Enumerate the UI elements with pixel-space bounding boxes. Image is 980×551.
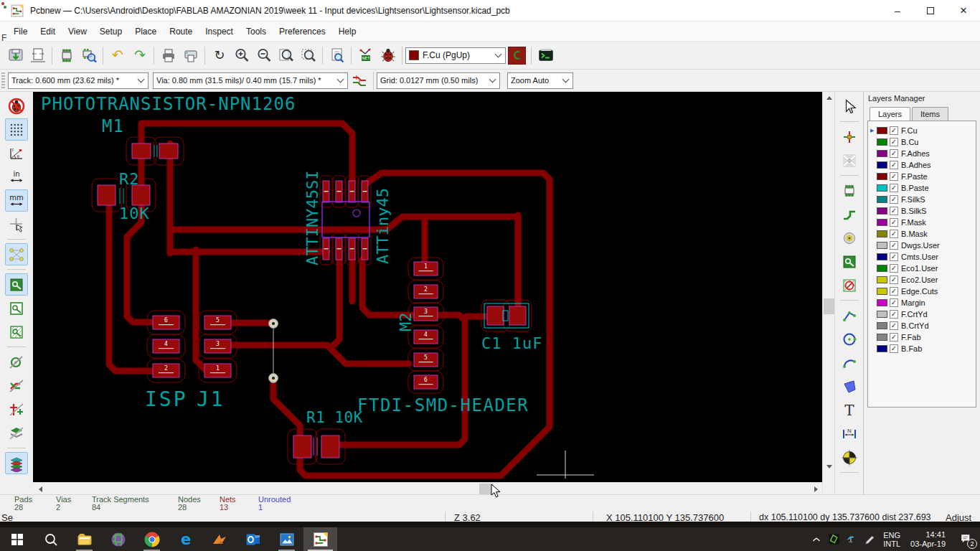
pads-sketch-mode-button[interactable] bbox=[5, 398, 28, 420]
layer-row-margin[interactable]: ✓Margin bbox=[868, 297, 976, 309]
add-circle-button[interactable] bbox=[838, 328, 861, 350]
pad[interactable] bbox=[321, 435, 339, 458]
silk-ref-j1[interactable]: J1 bbox=[197, 387, 225, 411]
taskbar-file-explorer[interactable] bbox=[67, 527, 101, 551]
footprint-editor-button[interactable] bbox=[55, 45, 77, 66]
scroll-up-arrow[interactable] bbox=[823, 92, 835, 104]
redo-button[interactable]: ↷ bbox=[128, 45, 151, 66]
menu-route[interactable]: Route bbox=[163, 24, 199, 39]
highlight-net-tool-button[interactable] bbox=[838, 126, 861, 148]
layer-color-swatch[interactable] bbox=[877, 161, 887, 169]
print-button[interactable] bbox=[157, 45, 179, 66]
ratsnest-visibility-button[interactable] bbox=[5, 243, 28, 265]
silk-ftdi-header[interactable]: FTDI-SMD-HEADER bbox=[357, 395, 529, 415]
menu-file[interactable]: File bbox=[7, 24, 34, 39]
layer-color-swatch[interactable] bbox=[877, 207, 887, 215]
toolbar-gripper[interactable] bbox=[1, 72, 5, 88]
taskbar-pcbnew[interactable] bbox=[303, 527, 337, 551]
horizontal-scrollbar[interactable] bbox=[33, 482, 822, 494]
footprint-c1[interactable] bbox=[481, 300, 532, 331]
layer-color-swatch[interactable] bbox=[877, 299, 887, 306]
scroll-right-arrow[interactable] bbox=[810, 483, 822, 495]
menu-edit[interactable]: Edit bbox=[34, 24, 62, 39]
tray-icon-3[interactable] bbox=[861, 527, 879, 551]
grid-select[interactable]: Grid: 0.0127 mm (0.50 mils) bbox=[377, 72, 500, 89]
pad[interactable] bbox=[487, 306, 504, 325]
layer-color-swatch[interactable] bbox=[877, 322, 887, 329]
tray-expand-chevron[interactable] bbox=[807, 527, 825, 551]
silk-ref-r2[interactable]: R2 bbox=[119, 170, 140, 188]
polar-coordinates-button[interactable]: θr bbox=[5, 142, 28, 164]
units-mm-button[interactable]: mm bbox=[5, 189, 28, 212]
zoom-out-button[interactable] bbox=[253, 45, 275, 66]
layer-color-swatch[interactable] bbox=[877, 173, 887, 180]
layer-color-swatch[interactable] bbox=[877, 184, 887, 192]
silk-ref-m2[interactable]: M2 bbox=[397, 313, 415, 332]
layer-visibility-checkbox[interactable]: ✓ bbox=[890, 298, 898, 307]
zones-outline-button[interactable] bbox=[5, 297, 28, 319]
layer-row-f.mask[interactable]: ✓F.Mask bbox=[868, 217, 976, 228]
pad[interactable] bbox=[509, 306, 526, 325]
add-arc-button[interactable] bbox=[838, 352, 861, 374]
footprint-m1[interactable] bbox=[126, 137, 184, 165]
layer-row-b.cu[interactable]: ✓B.Cu bbox=[868, 136, 976, 148]
layer-visibility-checkbox[interactable]: ✓ bbox=[890, 149, 898, 158]
layer-color-swatch[interactable] bbox=[877, 150, 887, 157]
add-keepout-button[interactable] bbox=[838, 274, 861, 296]
pcb-canvas[interactable]: 654321123456PHOTOTRANSISTOR-NPN1206M1R21… bbox=[33, 92, 822, 482]
diff-pair-dimensions-button[interactable] bbox=[348, 70, 370, 91]
pad[interactable] bbox=[132, 185, 150, 205]
undo-button[interactable]: ↶ bbox=[106, 45, 128, 66]
language-indicator[interactable]: ENGINTL bbox=[879, 531, 905, 548]
menu-help[interactable]: Help bbox=[332, 24, 363, 39]
layer-color-swatch[interactable] bbox=[877, 345, 887, 352]
silk-ref-c1[interactable]: C1 1uF bbox=[481, 334, 542, 352]
save-button[interactable] bbox=[4, 45, 27, 66]
layer-row-f.cu[interactable]: ▶✓F.Cu bbox=[868, 125, 976, 136]
vias-sketch-mode-button[interactable] bbox=[5, 351, 28, 373]
layer-row-b.paste[interactable]: ✓B.Paste bbox=[868, 182, 976, 194]
maximize-button[interactable] bbox=[914, 0, 947, 22]
layer-visibility-checkbox[interactable]: ✓ bbox=[890, 310, 898, 319]
zoom-selection-button[interactable] bbox=[297, 45, 319, 66]
layer-visibility-checkbox[interactable]: ✓ bbox=[890, 344, 898, 353]
layer-row-f.silks[interactable]: ✓F.SilkS bbox=[868, 194, 976, 205]
taskbar-outlook[interactable] bbox=[236, 527, 270, 551]
taskbar-bird-app[interactable] bbox=[202, 527, 236, 551]
silk-ref-m1[interactable]: M1 bbox=[102, 116, 124, 136]
silk-val-r2[interactable]: 10K bbox=[119, 204, 150, 222]
minimize-button[interactable]: – bbox=[881, 0, 914, 22]
layer-row-f.adhes[interactable]: ✓F.Adhes bbox=[868, 148, 976, 159]
add-text-button[interactable]: T bbox=[838, 399, 861, 421]
layer-color-swatch[interactable] bbox=[877, 138, 887, 146]
zones-filled-button[interactable] bbox=[5, 273, 28, 296]
layer-visibility-checkbox[interactable]: ✓ bbox=[890, 276, 898, 284]
add-via-button[interactable] bbox=[838, 227, 861, 249]
scroll-left-arrow[interactable] bbox=[34, 483, 47, 495]
add-footprint-button[interactable] bbox=[838, 179, 861, 202]
silk-ref-r1[interactable]: R1 10K bbox=[306, 409, 363, 426]
menu-inspect[interactable]: Inspect bbox=[199, 24, 240, 39]
layer-visibility-checkbox[interactable]: ✓ bbox=[890, 126, 898, 135]
layer-visibility-checkbox[interactable]: ✓ bbox=[890, 264, 898, 273]
footprint-browser-button[interactable] bbox=[77, 45, 100, 66]
cursor-shape-button[interactable] bbox=[5, 213, 28, 235]
units-inches-button[interactable]: in bbox=[5, 166, 28, 188]
layer-visibility-checkbox[interactable]: ✓ bbox=[890, 287, 898, 296]
taskbar-start-button[interactable] bbox=[0, 527, 34, 551]
layer-visibility-checkbox[interactable]: ✓ bbox=[890, 207, 898, 215]
net-inspector-button[interactable]: NET bbox=[354, 45, 377, 66]
set-origin-button[interactable] bbox=[838, 446, 861, 468]
menu-setup[interactable]: Setup bbox=[93, 24, 128, 39]
silk-board-title[interactable]: PHOTOTRANSISTOR-NPN1206 bbox=[41, 94, 296, 114]
pad[interactable] bbox=[159, 143, 178, 159]
via-size-select[interactable]: Via: 0.80 mm (31.5 mils)/ 0.40 mm (15.7 … bbox=[153, 72, 348, 89]
menu-preferences[interactable]: Preferences bbox=[273, 24, 332, 39]
tab-items[interactable]: Items bbox=[912, 107, 948, 121]
menu-view[interactable]: View bbox=[62, 24, 93, 39]
layer-color-swatch[interactable] bbox=[877, 242, 887, 249]
footprint-attiny45-soic8[interactable] bbox=[320, 176, 371, 265]
layer-color-swatch[interactable] bbox=[877, 230, 887, 237]
drc-button[interactable] bbox=[377, 45, 399, 66]
layer-row-f.paste[interactable]: ✓F.Paste bbox=[868, 171, 976, 182]
